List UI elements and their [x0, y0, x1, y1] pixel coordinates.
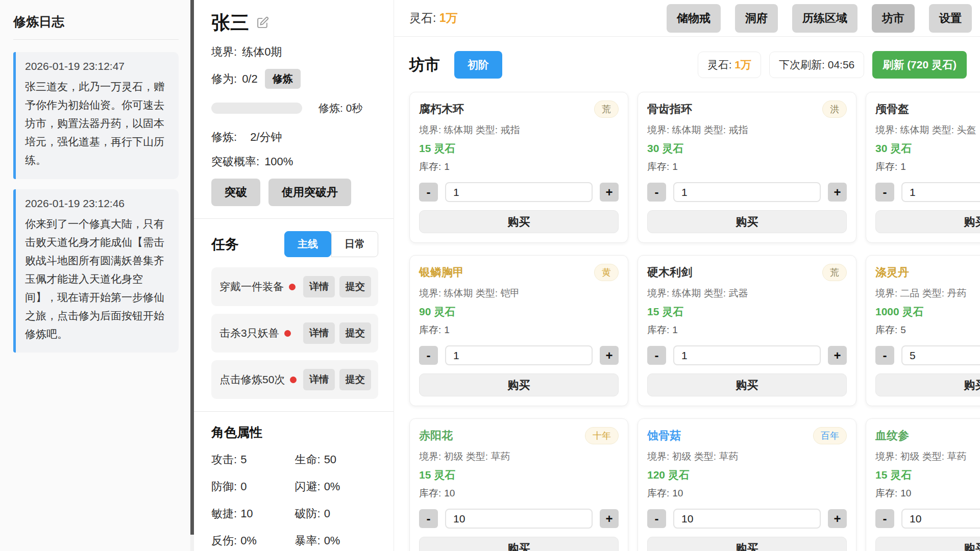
nav-button[interactable]: 历练区域 — [792, 4, 857, 33]
qty-increase-button[interactable]: + — [600, 509, 619, 528]
qty-decrease-button[interactable]: - — [647, 509, 666, 528]
task-tab[interactable]: 日常 — [331, 231, 378, 257]
qty-input[interactable] — [673, 509, 821, 529]
item-rarity-badge: 黄 — [594, 264, 619, 281]
buy-button[interactable]: 购买 — [419, 537, 619, 551]
cultivation-log-panel: 修炼日志 2026-01-19 23:12:47 张三道友，此乃一万灵石，赠予你… — [0, 0, 194, 551]
item-card-header: 骨齿指环 洪 — [647, 101, 847, 118]
stock-value: 1 — [444, 324, 450, 335]
buy-button[interactable]: 购买 — [647, 210, 847, 233]
task-detail-button[interactable]: 详情 — [303, 322, 335, 344]
qty-decrease-button[interactable]: - — [647, 183, 666, 202]
qty-input[interactable] — [445, 509, 593, 529]
qty-decrease-button[interactable]: - — [419, 346, 438, 365]
qty-decrease-button[interactable]: - — [875, 346, 894, 365]
cultivation-row: 修为: 0/2 修炼 — [211, 69, 378, 89]
log-entry: 2026-01-19 23:12:47 张三道友，此乃一万灵石，赠予你作为初始仙… — [13, 52, 179, 179]
sidebar-scrollbar[interactable] — [190, 0, 194, 551]
qty-input[interactable] — [901, 509, 980, 529]
log-timestamp: 2026-01-19 23:12:46 — [25, 197, 170, 210]
qty-decrease-button[interactable]: - — [647, 346, 666, 365]
item-card-header: 蚀骨菇 百年 — [647, 427, 847, 444]
item-meta: 境界: 练体期 类型: 铠甲 — [419, 287, 619, 300]
speed-label: 修炼: — [211, 130, 237, 145]
quantity-stepper: - + — [419, 182, 619, 202]
qty-input[interactable] — [445, 345, 593, 365]
edit-name-icon[interactable] — [256, 16, 269, 29]
task-detail-button[interactable]: 详情 — [303, 276, 335, 297]
attribute-item: 生命:50 — [295, 452, 379, 467]
realm-value: 练体0期 — [242, 44, 282, 60]
log-text: 你来到了一个修真大陆，只有击败天道化身才能成仙【需击败战斗地图所有圆满妖兽集齐玉… — [25, 215, 170, 344]
task-row: 击杀3只妖兽 详情 提交 — [211, 314, 378, 353]
item-card-header: 血纹参 十年 — [875, 427, 980, 444]
item-price: 90 灵石 — [419, 305, 619, 319]
task-submit-button[interactable]: 提交 — [339, 369, 371, 390]
qty-increase-button[interactable]: + — [600, 346, 619, 365]
market-tier-button[interactable]: 初阶 — [454, 51, 502, 79]
qty-increase-button[interactable]: + — [828, 509, 847, 528]
breakthrough-button[interactable]: 突破 — [211, 179, 260, 206]
stock-label: 库存: — [419, 161, 441, 172]
market-item-card: 赤阳花 十年 境界: 初级 类型: 草药 15 灵石 库存:10 - + 购买 — [409, 418, 628, 551]
item-meta: 境界: 练体期 类型: 武器 — [647, 287, 847, 300]
market-grid: 腐朽木环 荒 境界: 练体期 类型: 戒指 15 灵石 库存:1 - + 购买 … — [409, 92, 967, 551]
qty-input[interactable] — [673, 345, 821, 365]
item-stock-row: 库存:10 — [875, 487, 980, 500]
item-card-header: 颅骨盔 洪 — [875, 101, 980, 118]
stock-value: 10 — [444, 488, 455, 498]
buy-button[interactable]: 购买 — [875, 537, 980, 551]
refresh-button[interactable]: 刷新 (720 灵石) — [872, 51, 967, 79]
task-submit-button[interactable]: 提交 — [339, 276, 371, 297]
character-name: 张三 — [211, 13, 249, 32]
nav-button[interactable]: 储物戒 — [667, 4, 721, 33]
character-name-row: 张三 — [211, 13, 378, 32]
use-breakthrough-pill-button[interactable]: 使用突破丹 — [268, 179, 351, 206]
task-tab[interactable]: 主线 — [284, 231, 331, 257]
buy-button[interactable]: 购买 — [419, 210, 619, 233]
nav-button[interactable]: 洞府 — [735, 4, 778, 33]
realm-row: 境界: 练体0期 — [211, 44, 378, 60]
buy-button[interactable]: 购买 — [875, 373, 980, 396]
attribute-value: 10 — [240, 507, 253, 520]
stock-value: 1 — [672, 161, 678, 172]
buy-button[interactable]: 购买 — [647, 537, 847, 551]
qty-decrease-button[interactable]: - — [875, 509, 894, 528]
qty-decrease-button[interactable]: - — [875, 183, 894, 202]
cultivation-timer: 修炼: 0秒 — [318, 101, 362, 115]
topbar: 灵石: 1万 储物戒 洞府 历练区域 坊市 设置 — [394, 0, 980, 37]
attributes-title: 角色属性 — [211, 424, 378, 441]
buy-button[interactable]: 购买 — [647, 373, 847, 396]
item-name: 硬木利剑 — [647, 265, 692, 280]
nav-button[interactable]: 坊市 — [872, 4, 915, 33]
qty-decrease-button[interactable]: - — [419, 183, 438, 202]
cultivate-button[interactable]: 修炼 — [265, 69, 301, 89]
market-item-card: 骨齿指环 洪 境界: 练体期 类型: 戒指 30 灵石 库存:1 - + 购买 — [638, 92, 856, 243]
qty-input[interactable] — [673, 182, 821, 202]
market-panel: 坊市 初阶 灵石: 1万 下次刷新: 04:56 刷新 (720 灵石) 腐朽木… — [394, 37, 980, 551]
stock-value: 10 — [672, 488, 683, 498]
task-submit-button[interactable]: 提交 — [339, 322, 371, 344]
item-stock-row: 库存:10 — [647, 487, 847, 500]
attributes-grid: 攻击:5 生命:50 防御:0 闪避:0% 敏捷:10 破防:0 反伤:0% 暴… — [211, 452, 378, 551]
buy-button[interactable]: 购买 — [419, 373, 619, 396]
stock-label: 库存: — [875, 488, 897, 498]
qty-increase-button[interactable]: + — [828, 346, 847, 365]
qty-increase-button[interactable]: + — [600, 183, 619, 202]
qty-input[interactable] — [445, 182, 593, 202]
sidebar-scrollbar-thumb[interactable] — [190, 0, 194, 535]
stock-value: 5 — [900, 324, 906, 335]
quantity-stepper: - + — [419, 345, 619, 365]
qty-input[interactable] — [901, 182, 980, 202]
task-detail-button[interactable]: 详情 — [303, 369, 335, 390]
nav-button[interactable]: 设置 — [929, 4, 972, 33]
qty-decrease-button[interactable]: - — [419, 509, 438, 528]
qty-increase-button[interactable]: + — [828, 183, 847, 202]
task-label: 击杀3只妖兽 — [219, 326, 279, 340]
log-list: 2026-01-19 23:12:47 张三道友，此乃一万灵石，赠予你作为初始仙… — [13, 52, 179, 353]
qty-input[interactable] — [901, 345, 980, 365]
task-incomplete-dot — [289, 284, 296, 290]
cultivation-value: 0/2 — [242, 72, 258, 86]
buy-button[interactable]: 购买 — [875, 210, 980, 233]
item-meta: 境界: 练体期 类型: 头盔 — [875, 123, 980, 137]
